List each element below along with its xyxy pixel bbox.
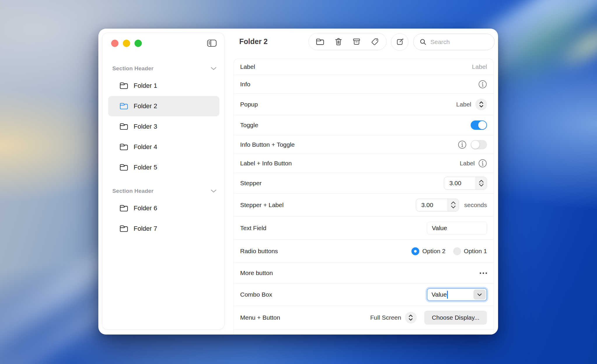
combo-box-dropdown-button[interactable]: [474, 290, 486, 300]
folder-icon: [119, 82, 129, 90]
sidebar-item-label: Folder 3: [134, 123, 157, 130]
stepper-value: 3.00: [444, 177, 476, 189]
search-icon: [419, 38, 427, 46]
chevron-down-icon: [451, 206, 456, 209]
section-header-label: Section Header: [112, 188, 153, 194]
sidebar-item-folder-5[interactable]: Folder 5: [108, 157, 219, 178]
row-combo-box: Combo Box Value: [234, 284, 493, 306]
sidebar-item-folder-6[interactable]: Folder 6: [108, 198, 219, 218]
sidebar-item-folder-7[interactable]: Folder 7: [108, 218, 219, 239]
row-title: Radio buttons: [240, 248, 278, 255]
sidebar-item-folder-1[interactable]: Folder 1: [108, 76, 219, 96]
stepper-arrows[interactable]: [448, 199, 459, 211]
stepper-divider: [479, 183, 484, 183]
more-button[interactable]: [478, 272, 487, 274]
toggle-switch-off[interactable]: [471, 140, 487, 149]
row-title: Label: [240, 63, 255, 70]
info-button[interactable]: [458, 140, 467, 149]
radio-label: Option 2: [422, 248, 445, 255]
folder-icon: [119, 225, 129, 233]
info-button[interactable]: [478, 80, 487, 89]
stepper-divider: [451, 205, 456, 205]
row-title: Menu + Button: [240, 314, 280, 321]
row-stepper: Stepper 3.00: [234, 173, 493, 194]
compose-button[interactable]: [391, 33, 409, 51]
row-toggle: Toggle: [234, 115, 493, 135]
menu-value: Full Screen: [370, 314, 401, 321]
search-input[interactable]: [430, 38, 489, 46]
choose-display-button[interactable]: Choose Display...: [424, 311, 487, 325]
combo-box-value: Value: [432, 291, 447, 298]
app-window: Section Header Folder 1 Folder 2: [98, 29, 498, 335]
combo-box[interactable]: Value: [427, 288, 487, 301]
toggle-switch-on[interactable]: [471, 120, 487, 130]
row-title: Toggle: [240, 122, 258, 129]
toggle-sidebar-button[interactable]: [205, 38, 218, 49]
radio-option-2[interactable]: Option 2: [411, 247, 445, 255]
sidebar-item-folder-2[interactable]: Folder 2: [108, 96, 219, 116]
settings-form: Label Label Info Popup Label T: [233, 58, 494, 335]
chevron-down-icon[interactable]: [211, 67, 217, 70]
row-title: Stepper: [240, 180, 262, 187]
row-info: Info: [234, 75, 493, 94]
ellipsis-icon: [483, 272, 484, 274]
row-value-label: Label: [472, 63, 487, 70]
titlebar: [102, 33, 224, 53]
row-text-field: Text Field: [234, 216, 493, 240]
minimize-button[interactable]: [123, 40, 130, 47]
row-title: Popup: [240, 101, 258, 108]
compose-icon: [395, 38, 404, 46]
search-field[interactable]: [413, 34, 495, 50]
row-stepper-label: Stepper + Label 3.00 seconds: [234, 194, 493, 216]
zoom-button[interactable]: [135, 40, 142, 47]
radio-selected-icon[interactable]: [411, 247, 419, 255]
sidebar-item-label: Folder 5: [134, 164, 157, 171]
trash-icon: [334, 37, 343, 46]
up-down-chevrons-icon: [408, 314, 413, 321]
info-icon: [458, 140, 467, 149]
wallpaper-accent: [546, 5, 597, 82]
folder-icon: [119, 143, 129, 151]
row-title: Text Field: [240, 225, 266, 232]
desktop-wallpaper: Section Header Folder 1 Folder 2: [0, 0, 597, 364]
archive-button[interactable]: [349, 35, 364, 49]
radio-unselected-icon[interactable]: [453, 247, 461, 255]
archive-box-icon: [352, 38, 361, 46]
stepper-control[interactable]: 3.00: [444, 177, 487, 190]
up-down-chevrons-icon: [479, 101, 484, 108]
row-info-toggle: Info Button + Toggle: [234, 135, 493, 154]
chevron-down-icon: [479, 184, 484, 187]
info-icon: [478, 80, 487, 89]
radio-label: Option 1: [464, 248, 487, 255]
sidebar-section-header: Section Header: [102, 62, 224, 76]
radio-option-1[interactable]: Option 1: [453, 247, 487, 255]
sidebar-item-label: Folder 2: [134, 102, 157, 110]
close-button[interactable]: [111, 40, 118, 47]
section-header-label: Section Header: [112, 65, 153, 72]
chevron-up-icon: [479, 180, 484, 183]
text-field[interactable]: [427, 222, 487, 235]
menu-popup-button[interactable]: [405, 312, 417, 323]
stepper-control[interactable]: 3.00: [416, 199, 459, 211]
row-label-info: Label + Info Button Label: [234, 154, 493, 173]
row-title: Label + Info Button: [240, 160, 292, 167]
info-button[interactable]: [478, 159, 487, 168]
new-folder-button[interactable]: [313, 35, 328, 49]
ellipsis-icon: [480, 272, 481, 274]
row-more-button: More button: [234, 263, 493, 284]
chevron-down-icon[interactable]: [211, 189, 217, 193]
sidebar-section-header: Section Header: [102, 184, 224, 198]
tag-button[interactable]: [367, 35, 383, 49]
text-field-input[interactable]: [427, 225, 487, 232]
info-icon: [478, 159, 487, 168]
popup-button[interactable]: [475, 99, 487, 110]
sidebar-item-folder-3[interactable]: Folder 3: [108, 116, 219, 137]
stepper-unit-label: seconds: [464, 202, 487, 209]
sidebar-item-folder-4[interactable]: Folder 4: [108, 137, 219, 157]
popup-value: Label: [456, 101, 471, 108]
row-label: Label Label: [234, 59, 493, 75]
row-value-label: Label: [460, 160, 475, 167]
delete-button[interactable]: [331, 35, 346, 49]
stepper-arrows[interactable]: [476, 177, 487, 189]
ellipsis-icon: [486, 272, 487, 274]
